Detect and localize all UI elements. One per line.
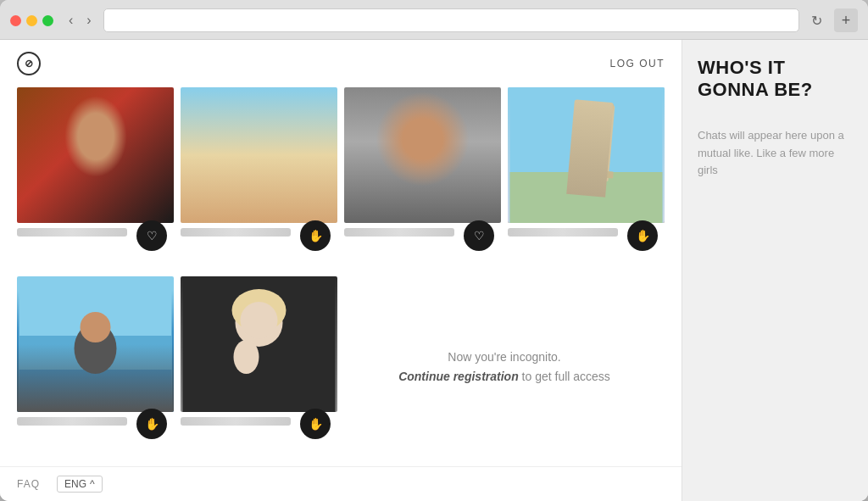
pass-button-4[interactable]: ✋ (627, 220, 658, 251)
sidebar-description: Chats will appear here upon a mutual lik… (698, 127, 853, 180)
pass-button-2[interactable]: ✋ (300, 220, 331, 251)
svg-rect-7 (592, 142, 597, 148)
profile-image-5 (17, 276, 174, 412)
svg-point-17 (241, 302, 278, 339)
profile-name-3 (344, 228, 454, 237)
profile-name-1 (17, 228, 127, 237)
svg-rect-8 (592, 155, 597, 161)
incognito-area: Now you're incognito. Continue registrat… (344, 276, 665, 459)
footer: FAQ ENG ^ (0, 466, 682, 501)
minimize-button[interactable] (26, 15, 37, 26)
profile-name-2 (181, 228, 291, 237)
forward-button[interactable]: › (81, 11, 96, 30)
new-tab-button[interactable]: + (834, 8, 858, 32)
pass-button-5[interactable]: ✋ (136, 409, 167, 439)
address-bar[interactable] (103, 8, 799, 32)
svg-rect-1 (510, 172, 663, 223)
maximize-button[interactable] (42, 15, 53, 26)
svg-rect-9 (19, 276, 172, 412)
logo: ⊘ (17, 52, 41, 75)
like-button-1[interactable]: ♡ (136, 220, 167, 251)
profile-card-5[interactable]: ✋ (17, 276, 174, 459)
back-button[interactable]: ‹ (64, 11, 78, 30)
svg-point-13 (81, 312, 111, 342)
logout-button[interactable]: LOG OUT (609, 58, 665, 70)
svg-point-18 (234, 340, 259, 374)
language-label: ENG (64, 478, 86, 490)
profile-card-2[interactable]: ✋ (181, 87, 337, 270)
reload-button[interactable]: ↻ (806, 11, 827, 31)
profile-card-3[interactable]: ♡ (344, 87, 501, 270)
like-button-3[interactable]: ♡ (464, 220, 494, 251)
profile-name-6 (181, 417, 291, 426)
nav-buttons: ‹ › (64, 11, 97, 30)
profile-image-1 (17, 87, 174, 223)
pass-button-6[interactable]: ✋ (300, 409, 331, 439)
profile-grid: ♡ ✋ ♡ (0, 87, 682, 466)
svg-rect-3 (584, 102, 614, 113)
cta-suffix: to get full access (519, 370, 610, 383)
app-container: ⊘ LOG OUT ♡ ✋ (0, 40, 868, 501)
sidebar-title: WHO'S IT GONNA BE? (698, 57, 853, 102)
svg-rect-11 (19, 370, 172, 412)
sidebar-title-line2: GONNA BE? (698, 79, 813, 100)
right-sidebar: WHO'S IT GONNA BE? Chats will appear her… (682, 40, 868, 501)
main-content: ⊘ LOG OUT ♡ ✋ (0, 40, 682, 501)
profile-image-2 (181, 87, 337, 223)
profile-image-4 (508, 87, 665, 223)
close-button[interactable] (10, 15, 21, 26)
svg-rect-5 (592, 117, 597, 123)
profile-name-4 (508, 228, 618, 237)
svg-rect-6 (592, 130, 597, 136)
top-bar: ⊘ LOG OUT (0, 40, 682, 87)
incognito-message: Now you're incognito. (448, 348, 560, 366)
profile-name-5 (17, 417, 127, 426)
chevron-down-icon: ^ (90, 478, 95, 490)
svg-rect-10 (19, 336, 172, 412)
continue-registration-link[interactable]: Continue registration (398, 370, 519, 383)
profile-card-1[interactable]: ♡ (17, 87, 174, 270)
sidebar-title-line1: WHO'S IT (698, 57, 785, 78)
language-selector[interactable]: ENG ^ (57, 476, 103, 493)
traffic-lights (10, 15, 53, 26)
faq-link[interactable]: FAQ (17, 478, 40, 490)
browser-window: ‹ › ↻ + ⊘ LOG OUT ♡ (0, 0, 868, 501)
profile-image-3 (344, 87, 501, 223)
profile-card-4[interactable]: ✋ (508, 87, 665, 270)
profile-card-6[interactable]: ✋ (181, 276, 337, 459)
browser-chrome: ‹ › ↻ + (0, 0, 868, 40)
profile-image-6 (181, 276, 337, 412)
incognito-cta: Continue registration to get full access (398, 367, 610, 386)
